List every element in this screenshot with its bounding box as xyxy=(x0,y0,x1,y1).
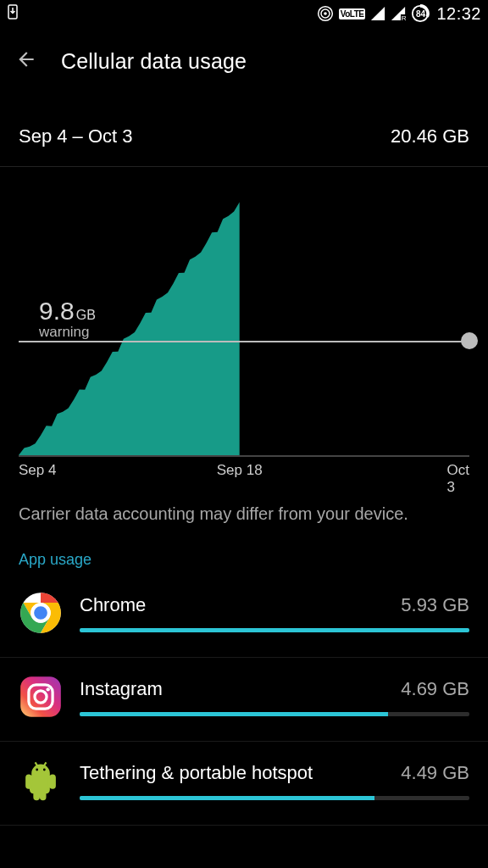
chrome-icon xyxy=(19,591,63,635)
signal-icon-2: R xyxy=(391,6,406,21)
usage-bar xyxy=(80,712,469,716)
app-name: Instagram xyxy=(80,678,163,700)
app-size: 5.93 GB xyxy=(401,594,469,616)
x-tick: Sep 4 xyxy=(19,462,56,479)
carrier-disclaimer: Carrier data accounting may differ from … xyxy=(0,491,488,542)
usage-bar xyxy=(80,628,469,632)
usage-chart: 9.8GB warning Sep 4Sep 18Oct 3 xyxy=(0,167,488,491)
app-name: Tethering & portable hotspot xyxy=(80,762,313,784)
app-bar: Cellular data usage xyxy=(0,27,488,95)
app-row[interactable]: Tethering & portable hotspot4.49 GB xyxy=(0,742,488,808)
back-icon[interactable] xyxy=(15,48,37,74)
signal-icon-1 xyxy=(370,6,385,21)
instagram-icon xyxy=(19,675,63,719)
app-size: 4.49 GB xyxy=(401,762,469,784)
svg-point-13 xyxy=(47,687,50,691)
billing-cycle-row[interactable]: Sep 4 – Oct 3 20.46 GB xyxy=(0,110,488,166)
status-clock: 12:32 xyxy=(436,4,481,24)
chart-x-axis: Sep 4Sep 18Oct 3 xyxy=(19,462,469,482)
hotspot-icon xyxy=(317,5,334,22)
warning-threshold-line[interactable] xyxy=(19,341,469,342)
svg-point-15 xyxy=(43,769,46,771)
app-size: 4.69 GB xyxy=(401,678,469,700)
svg-rect-10 xyxy=(20,676,61,717)
download-icon xyxy=(7,4,19,24)
volte-badge: VoLTE xyxy=(339,8,366,19)
android-icon xyxy=(19,759,63,803)
app-usage-heading: App usage xyxy=(0,542,488,574)
cycle-range: Sep 4 – Oct 3 xyxy=(19,125,133,147)
usage-bar xyxy=(80,796,469,800)
x-tick: Sep 18 xyxy=(217,462,263,479)
warning-drag-handle[interactable] xyxy=(461,332,478,349)
app-usage-list: Chrome5.93 GBInstagram4.69 GBTethering &… xyxy=(0,574,488,826)
svg-point-14 xyxy=(36,769,38,771)
svg-point-1 xyxy=(324,12,327,15)
warning-label: 9.8GB warning xyxy=(39,297,96,341)
battery-icon: 84 xyxy=(411,4,430,23)
status-bar: VoLTE R 84 12:32 xyxy=(0,0,488,27)
app-row[interactable]: Instagram4.69 GB xyxy=(0,658,488,724)
cycle-total: 20.46 GB xyxy=(391,125,469,147)
app-name: Chrome xyxy=(80,594,146,616)
app-row[interactable]: Chrome5.93 GB xyxy=(0,574,488,640)
x-tick: Oct 3 xyxy=(447,462,469,496)
page-title: Cellular data usage xyxy=(61,49,247,74)
